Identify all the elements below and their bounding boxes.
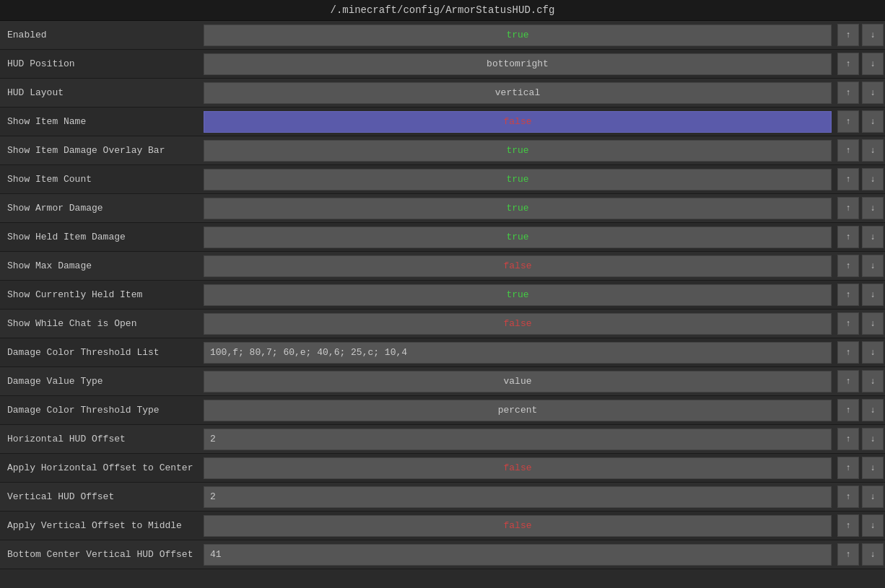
btn-up[interactable]: ↑ [837, 53, 859, 75]
config-row: HUD Layoutvertical↑↓ [0, 79, 885, 107]
btn-group: ↑↓ [834, 252, 885, 280]
row-value-container: 2 [201, 483, 834, 511]
value-box[interactable]: false [204, 111, 832, 133]
btn-down[interactable]: ↓ [862, 486, 884, 508]
btn-up[interactable]: ↑ [837, 486, 859, 508]
row-label: Damage Value Type [0, 367, 201, 395]
btn-group: ↑↓ [834, 21, 885, 49]
btn-down[interactable]: ↓ [862, 514, 884, 537]
row-value-container: false [201, 310, 834, 338]
btn-down[interactable]: ↓ [862, 53, 884, 75]
btn-up[interactable]: ↑ [837, 168, 859, 190]
config-row: Show Currently Held Itemtrue↑↓ [0, 281, 885, 310]
value-box[interactable]: true [204, 198, 832, 219]
btn-down[interactable]: ↓ [862, 255, 884, 277]
row-value-container: percent [201, 396, 834, 424]
btn-up[interactable]: ↑ [837, 226, 859, 248]
value-box[interactable]: 2 [204, 429, 832, 450]
btn-up[interactable]: ↑ [837, 341, 859, 364]
btn-down[interactable]: ↓ [862, 82, 884, 104]
value-box[interactable]: true [204, 25, 832, 46]
btn-group: ↑↓ [834, 425, 885, 453]
title-text: /.minecraft/config/ArmorStatusHUD.cfg [331, 4, 555, 16]
value-text: false [503, 318, 531, 329]
value-text: true [506, 145, 528, 156]
btn-down[interactable]: ↓ [862, 24, 884, 46]
value-box[interactable]: vertical [204, 82, 832, 104]
config-row: Damage Color Threshold List100,f; 80,7; … [0, 338, 885, 367]
btn-down[interactable]: ↓ [862, 543, 884, 566]
value-text: true [506, 203, 528, 214]
row-label: Horizontal HUD Offset [0, 425, 201, 453]
value-box[interactable]: false [204, 313, 832, 335]
btn-up[interactable]: ↑ [837, 399, 859, 421]
value-box[interactable]: bottomright [204, 53, 832, 75]
btn-up[interactable]: ↑ [837, 82, 859, 104]
value-box[interactable]: true [204, 284, 832, 306]
btn-up[interactable]: ↑ [837, 24, 859, 46]
value-text: 2 [210, 434, 216, 444]
btn-down[interactable]: ↓ [862, 428, 884, 450]
config-row: Show Armor Damagetrue↑↓ [0, 194, 885, 223]
btn-up[interactable]: ↑ [837, 543, 859, 566]
btn-up[interactable]: ↑ [837, 457, 859, 479]
value-box[interactable]: true [204, 140, 832, 162]
row-label: Damage Color Threshold List [0, 338, 201, 367]
btn-up[interactable]: ↑ [837, 139, 859, 162]
config-row: Show Item Namefalse↑↓ [0, 107, 885, 136]
btn-up[interactable]: ↑ [837, 197, 859, 219]
btn-group: ↑↓ [834, 396, 885, 424]
row-value-container: true [201, 281, 834, 309]
row-value-container: 41 [201, 540, 834, 569]
value-box[interactable]: 41 [204, 544, 832, 566]
value-box[interactable]: false [204, 515, 832, 537]
value-box[interactable]: false [204, 457, 832, 479]
config-row: HUD Positionbottomright↑↓ [0, 50, 885, 79]
row-label: Show While Chat is Open [0, 310, 201, 338]
value-text: vertical [495, 87, 540, 98]
value-text: value [503, 376, 531, 387]
config-row: Show Max Damagefalse↑↓ [0, 252, 885, 281]
btn-group: ↑↓ [834, 50, 885, 78]
btn-down[interactable]: ↓ [862, 284, 884, 306]
value-text: true [506, 174, 528, 185]
btn-up[interactable]: ↑ [837, 110, 859, 133]
btn-group: ↑↓ [834, 483, 885, 511]
value-box[interactable]: 2 [204, 486, 832, 508]
btn-down[interactable]: ↓ [862, 341, 884, 364]
row-value-container: true [201, 194, 834, 222]
row-label: Vertical HUD Offset [0, 483, 201, 511]
btn-down[interactable]: ↓ [862, 399, 884, 421]
btn-down[interactable]: ↓ [862, 139, 884, 162]
btn-up[interactable]: ↑ [837, 514, 859, 537]
btn-down[interactable]: ↓ [862, 197, 884, 219]
value-box[interactable]: true [204, 227, 832, 248]
row-value-container: true [201, 165, 834, 193]
btn-down[interactable]: ↓ [862, 168, 884, 190]
config-row: Apply Vertical Offset to Middlefalse↑↓ [0, 512, 885, 540]
value-box[interactable]: 100,f; 80,7; 60,e; 40,6; 25,c; 10,4 [204, 342, 832, 364]
btn-up[interactable]: ↑ [837, 428, 859, 450]
btn-up[interactable]: ↑ [837, 255, 859, 277]
btn-up[interactable]: ↑ [837, 370, 859, 392]
value-text: false [503, 260, 531, 271]
row-value-container: true [201, 136, 834, 164]
btn-group: ↑↓ [834, 79, 885, 107]
btn-down[interactable]: ↓ [862, 370, 884, 392]
value-text: percent [498, 405, 538, 416]
btn-down[interactable]: ↓ [862, 312, 884, 335]
btn-group: ↑↓ [834, 338, 885, 367]
value-box[interactable]: false [204, 255, 832, 277]
btn-up[interactable]: ↑ [837, 312, 859, 335]
btn-down[interactable]: ↓ [862, 110, 884, 133]
row-value-container: vertical [201, 79, 834, 107]
value-box[interactable]: value [204, 371, 832, 392]
row-value-container: false [201, 512, 834, 540]
btn-group: ↑↓ [834, 512, 885, 540]
btn-down[interactable]: ↓ [862, 457, 884, 479]
btn-down[interactable]: ↓ [862, 226, 884, 248]
btn-up[interactable]: ↑ [837, 284, 859, 306]
value-box[interactable]: percent [204, 400, 832, 421]
row-value-container: bottomright [201, 50, 834, 78]
value-box[interactable]: true [204, 169, 832, 190]
